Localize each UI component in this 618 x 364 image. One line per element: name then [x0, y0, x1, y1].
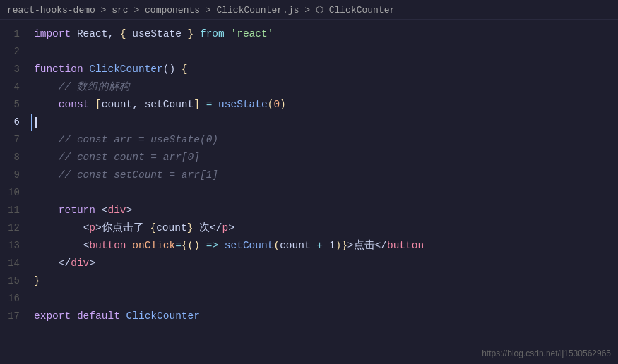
token-comment: // const setCount = arr[1]: [59, 167, 218, 183]
token-bracket: (: [188, 238, 194, 254]
token-op: =: [175, 238, 182, 254]
token-var: [120, 308, 126, 324]
code-line: }: [31, 272, 618, 290]
code-line: // const setCount = arr[1]: [31, 166, 618, 184]
line-numbers: 1234567891011121314151617: [0, 20, 28, 364]
token-var: [225, 26, 231, 42]
breadcrumb-text: react-hooks-demo > src > components > Cl…: [7, 4, 395, 16]
token-kw: function: [34, 61, 83, 78]
code-line: // 数组的解构: [31, 78, 618, 96]
token-tag: p: [222, 220, 228, 236]
token-bracket: {: [182, 61, 188, 78]
token-op: =: [206, 97, 213, 113]
line-number: 1: [6, 25, 20, 43]
token-var: [34, 220, 83, 236]
token-comment: // 数组的解构: [59, 79, 130, 95]
token-bracket: }: [341, 238, 347, 254]
token-str: 'react': [230, 26, 273, 42]
token-kw: const: [59, 97, 90, 113]
token-bracket: ): [194, 238, 200, 254]
token-kw: export: [34, 308, 71, 324]
token-bracket: {: [150, 220, 156, 236]
token-fn: setCount: [225, 238, 274, 254]
token-var: count: [156, 220, 187, 236]
token-tag: p: [89, 220, 95, 236]
token-punct: </: [210, 220, 222, 236]
token-ellipsis: n: [417, 238, 424, 254]
breadcrumb: react-hooks-demo > src > components > Cl…: [0, 0, 618, 20]
token-var: [194, 26, 200, 42]
line-number: 6: [6, 114, 20, 131]
token-kw: default: [77, 308, 120, 324]
token-kw2: from: [200, 26, 225, 42]
token-comment: // const count = arr[0]: [59, 150, 200, 166]
line-number: 10: [6, 184, 20, 202]
code-line: function ClickCounter() {: [31, 61, 618, 78]
token-comment: // const arr = useState(0): [59, 132, 218, 148]
token-punct: >: [89, 255, 95, 272]
token-attr: onClick: [132, 238, 175, 254]
token-var: [34, 79, 59, 95]
code-line: <button onClick={() => setCount(count + …: [31, 237, 618, 255]
code-line: export default ClickCounter: [31, 308, 618, 325]
code-line: [31, 184, 618, 202]
token-bracket: }: [34, 273, 40, 289]
token-bracket: {: [120, 26, 126, 42]
token-tag: div: [71, 255, 89, 272]
token-punct: <: [102, 202, 108, 219]
token-var: [218, 238, 225, 254]
token-jsx-text: 点击: [354, 238, 375, 254]
token-var: [34, 150, 59, 166]
token-var: [34, 255, 59, 272]
token-fn: ClickCounter: [89, 61, 162, 78]
code-line: // const count = arr[0]: [31, 149, 618, 166]
token-bracket: }: [188, 26, 194, 42]
code-line: [31, 43, 618, 61]
token-var: count: [280, 238, 316, 254]
token-var: [89, 97, 95, 113]
token-fn: useState: [218, 97, 268, 113]
token-punct: </: [375, 238, 387, 254]
token-var: React,: [71, 26, 120, 42]
line-number: 8: [6, 149, 20, 166]
token-var: count, setCount: [102, 97, 194, 113]
code-line: return <div>: [31, 202, 618, 219]
token-punct: </: [59, 255, 71, 272]
line-number: 17: [6, 308, 20, 325]
line-number: 9: [6, 166, 20, 184]
code-content[interactable]: import React, { useState } from 'react'f…: [28, 20, 618, 364]
code-line: [31, 114, 618, 131]
line-number: 14: [6, 255, 20, 272]
token-op: +: [316, 238, 323, 254]
token-bracket: }: [187, 220, 194, 236]
token-tag: div: [107, 202, 126, 219]
token-num: 0: [273, 97, 280, 113]
token-punct: >: [228, 220, 234, 236]
line-number: 3: [6, 61, 20, 78]
token-var: [200, 97, 206, 113]
code-line: const [count, setCount] = useState(0): [31, 96, 618, 114]
line-number: 11: [6, 202, 20, 219]
token-var: [200, 238, 206, 254]
code-line: </div>: [31, 255, 618, 272]
token-punct: >: [95, 220, 102, 236]
line-number: 7: [6, 131, 20, 149]
token-var: [34, 167, 59, 183]
token-bracket: [: [95, 97, 102, 113]
line-number: 13: [6, 237, 20, 255]
token-punct: <: [83, 238, 90, 254]
token-tag: butto: [387, 238, 418, 254]
token-punct: >: [347, 238, 354, 254]
code-line: [31, 290, 618, 308]
token-var: [34, 132, 59, 148]
token-var: [34, 238, 83, 254]
token-punct: <: [83, 220, 90, 236]
line-number: 4: [6, 78, 20, 96]
token-jsx-text: 次: [193, 220, 210, 236]
line-number: 12: [6, 219, 20, 237]
token-bracket: ): [335, 238, 341, 254]
line-number: 15: [6, 272, 20, 290]
token-var: [95, 202, 102, 219]
token-bracket: ): [280, 97, 286, 113]
token-var: useState: [126, 26, 188, 42]
